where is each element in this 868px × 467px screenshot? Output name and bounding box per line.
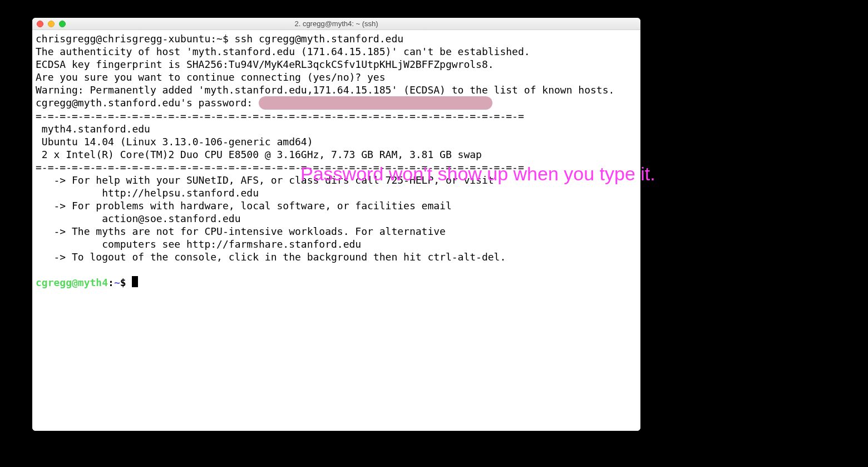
- prompt-user: cgregg@myth4: [36, 277, 108, 288]
- terminal-line: -> For problems with hardware, local sof…: [36, 200, 452, 212]
- terminal-line: Warning: Permanently added 'myth.stanfor…: [36, 84, 614, 96]
- terminal-line: -> The myths are not for CPU-intensive w…: [36, 225, 446, 237]
- terminal-line: cgregg@myth.stanford.edu's password:: [36, 97, 259, 109]
- annotation-text: Password won't show up when you type it.: [300, 163, 655, 185]
- prompt-colon: :: [108, 277, 114, 288]
- window-title-bar[interactable]: 2. cgregg@myth4: ~ (ssh): [32, 18, 640, 30]
- terminal-line: ECDSA key fingerprint is SHA256:Tu94V/My…: [36, 58, 494, 70]
- cursor-icon: [132, 276, 138, 287]
- password-redaction: [259, 96, 492, 110]
- prompt-dollar: $: [120, 277, 132, 288]
- terminal-line: myth4.stanford.edu: [36, 123, 150, 135]
- close-icon[interactable]: [37, 21, 43, 27]
- terminal-window: 2. cgregg@myth4: ~ (ssh) chrisgregg@chri…: [32, 18, 640, 431]
- prompt-tilde: ~: [114, 277, 120, 288]
- window-title: 2. cgregg@myth4: ~ (ssh): [32, 19, 640, 28]
- terminal-line: =-=-=-=-=-=-=-=-=-=-=-=-=-=-=-=-=-=-=-=-…: [36, 110, 524, 122]
- traffic-lights: [32, 21, 66, 27]
- terminal-line: Are you sure you want to continue connec…: [36, 71, 386, 83]
- terminal-line: 2 x Intel(R) Core(TM)2 Duo CPU E8500 @ 3…: [36, 149, 482, 160]
- terminal-line: The authenticity of host 'myth.stanford.…: [36, 46, 530, 57]
- minimize-icon[interactable]: [48, 21, 55, 27]
- terminal-line: Ubuntu 14.04 (Linux 3.13.0-106-generic a…: [36, 136, 313, 148]
- terminal-line: http://helpsu.stanford.edu: [36, 187, 259, 199]
- terminal-line: -> To logout of the console, click in th…: [36, 251, 506, 263]
- maximize-icon[interactable]: [59, 21, 66, 27]
- terminal-body[interactable]: chrisgregg@chrisgregg-xubuntu:~$ ssh cgr…: [32, 30, 640, 431]
- terminal-line: computers see http://farmshare.stanford.…: [36, 238, 361, 250]
- terminal-line: action@soe.stanford.edu: [36, 213, 240, 224]
- terminal-line: chrisgregg@chrisgregg-xubuntu:~$ ssh cgr…: [36, 33, 403, 45]
